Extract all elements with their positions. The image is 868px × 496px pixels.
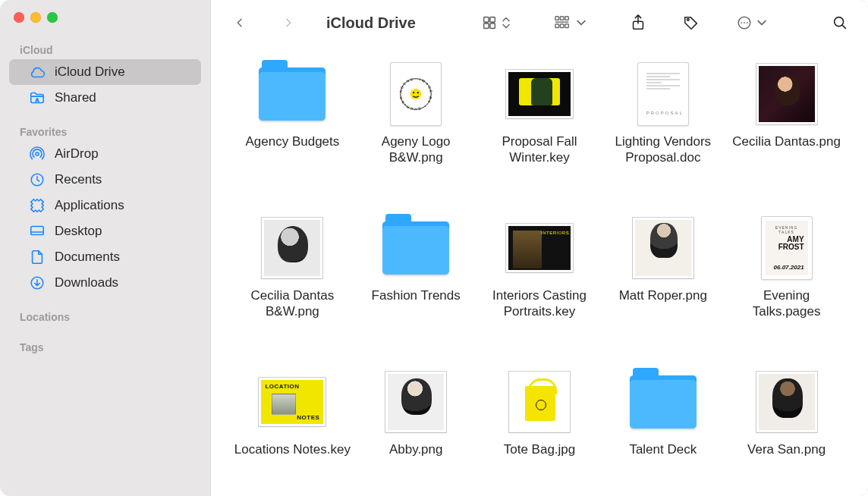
downloads-icon: [29, 275, 46, 291]
sidebar-section-favorites: Favorites: [0, 121, 210, 141]
back-button[interactable]: [226, 11, 253, 35]
sidebar: iCloud iCloud Drive Shared Favorites Air…: [0, 0, 211, 496]
sidebar-item-label: Desktop: [55, 224, 102, 239]
file-thumbnail: [506, 61, 573, 127]
svg-point-26: [413, 92, 414, 93]
tag-button[interactable]: [675, 10, 707, 36]
sidebar-section-icloud: iCloud: [0, 39, 210, 59]
file-thumbnail: IMAGE BY • EVENING AGENCY •: [382, 61, 449, 127]
file-label: Proposal Fall Winter.key: [481, 133, 599, 166]
group-icon: [554, 14, 572, 31]
svg-point-21: [747, 22, 748, 24]
file-item[interactable]: Abby.png: [357, 369, 475, 481]
sidebar-item-icloud-drive[interactable]: iCloud Drive: [9, 59, 201, 85]
file-thumbnail: PROPOSAL: [630, 61, 697, 127]
airdrop-icon: [29, 146, 46, 162]
thumb-text-bottom: NOTES: [297, 414, 319, 421]
more-icon: [736, 14, 753, 31]
sidebar-item-label: Recents: [55, 172, 102, 187]
chevron-up-down-icon: [502, 17, 510, 29]
toolbar: iCloud Drive: [211, 0, 868, 46]
chevron-down-icon: [577, 19, 586, 27]
sidebar-item-shared[interactable]: Shared: [9, 85, 201, 111]
svg-point-19: [741, 22, 742, 24]
svg-rect-7: [484, 24, 489, 28]
file-item[interactable]: Fashion Trends: [357, 215, 475, 343]
file-label: Matt Roper.png: [619, 287, 707, 303]
sidebar-item-applications[interactable]: Applications: [9, 193, 201, 218]
window-title: iCloud Drive: [326, 14, 416, 32]
icon-view[interactable]: Agency Budgets IMAGE BY • EVENING AGENCY…: [211, 46, 868, 496]
file-thumbnail: [753, 61, 820, 127]
file-item[interactable]: Interiors Casting Portraits.key: [481, 215, 599, 343]
file-thumbnail: [630, 215, 697, 281]
desktop-icon: [29, 223, 46, 240]
file-item[interactable]: Talent Deck: [604, 369, 722, 481]
svg-rect-9: [555, 17, 559, 20]
file-label: Vera San.png: [747, 441, 826, 457]
file-item[interactable]: IMAGE BY • EVENING AGENCY • Ageny Logo B…: [357, 61, 475, 189]
sidebar-item-downloads[interactable]: Downloads: [9, 270, 201, 296]
sidebar-item-recents[interactable]: Recents: [9, 167, 201, 193]
file-item[interactable]: Tote Bag.jpg: [481, 369, 599, 481]
search-button[interactable]: [824, 10, 856, 36]
svg-rect-10: [560, 17, 564, 20]
group-by-button[interactable]: [546, 10, 593, 36]
file-label: Cecilia Dantas.png: [732, 133, 841, 149]
thumb-date: 06.07.2021: [769, 264, 804, 271]
file-item[interactable]: Agency Budgets: [234, 61, 351, 189]
file-label: Cecilia Dantas B&W.png: [234, 287, 351, 320]
svg-rect-13: [555, 24, 559, 28]
forward-button[interactable]: [275, 11, 302, 35]
file-item[interactable]: Matt Roper.png: [604, 215, 722, 343]
sidebar-item-label: iCloud Drive: [55, 64, 125, 80]
svg-rect-14: [560, 24, 564, 28]
action-menu-button[interactable]: [728, 10, 774, 36]
sidebar-item-airdrop[interactable]: AirDrop: [9, 141, 201, 167]
file-label: Agency Budgets: [245, 133, 339, 149]
file-thumbnail: [259, 215, 326, 281]
share-button[interactable]: [622, 9, 654, 36]
file-item[interactable]: Vera San.png: [728, 369, 845, 481]
file-thumbnail: [506, 215, 573, 281]
file-thumbnail: [506, 369, 573, 435]
svg-rect-11: [565, 17, 569, 20]
clock-icon: [29, 171, 46, 188]
minimize-button[interactable]: [30, 12, 41, 23]
sidebar-item-label: Downloads: [55, 275, 118, 290]
file-item[interactable]: Cecilia Dantas.png: [728, 61, 845, 189]
file-label: Talent Deck: [629, 441, 697, 457]
folder-icon: [259, 61, 326, 127]
file-item[interactable]: Proposal Fall Winter.key: [481, 61, 599, 189]
file-label: Locations Notes.key: [234, 441, 351, 457]
sidebar-item-label: AirDrop: [55, 146, 99, 162]
thumb-text-top: LOCATION: [265, 383, 299, 390]
file-label: Abby.png: [389, 441, 443, 457]
view-icon-button[interactable]: [473, 10, 517, 36]
main-pane: iCloud Drive: [211, 0, 868, 496]
file-item[interactable]: LOCATION NOTES Locations Notes.key: [234, 369, 351, 481]
file-label: Fashion Trends: [372, 287, 461, 303]
close-button[interactable]: [14, 12, 24, 23]
sidebar-item-documents[interactable]: Documents: [9, 244, 201, 270]
sidebar-item-label: Shared: [55, 90, 96, 105]
document-icon: [29, 249, 46, 265]
file-item[interactable]: Cecilia Dantas B&W.png: [234, 215, 351, 343]
zoom-button[interactable]: [47, 12, 58, 23]
traffic-lights: [0, 9, 210, 39]
file-label: Tote Bag.jpg: [504, 441, 576, 457]
svg-rect-6: [490, 17, 495, 22]
file-item[interactable]: PROPOSAL Lighting Vendors Proposal.doc: [604, 61, 722, 189]
grid-icon: [481, 14, 498, 31]
sidebar-item-desktop[interactable]: Desktop: [9, 218, 201, 244]
sidebar-section-tags: Tags: [0, 337, 210, 356]
cloud-icon: [29, 64, 46, 80]
file-item[interactable]: EVENING TALKS AMY FROST 06.07.2021 Eveni…: [728, 215, 845, 343]
sidebar-section-locations: Locations: [0, 306, 210, 326]
sidebar-item-label: Applications: [55, 198, 124, 213]
file-label: Lighting Vendors Proposal.doc: [604, 133, 722, 166]
folder-icon: [630, 369, 697, 435]
finder-window: iCloud iCloud Drive Shared Favorites Air…: [0, 0, 868, 496]
file-thumbnail: LOCATION NOTES: [259, 369, 326, 435]
svg-point-1: [36, 152, 39, 155]
